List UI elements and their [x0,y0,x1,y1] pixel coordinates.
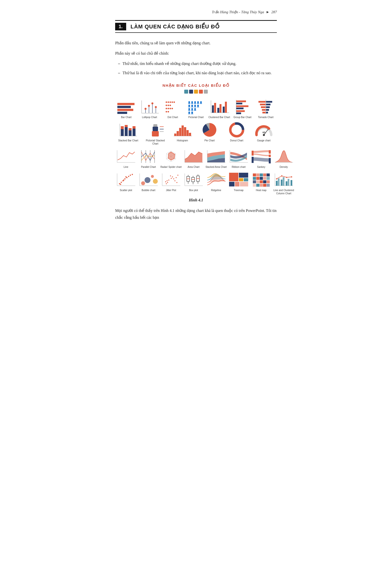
svg-point-18 [174,102,175,103]
chart-donut: Donut Chart [224,122,250,145]
clustered-bar-chart-label: Clustered Bar Chart [208,116,230,119]
bullet-text-2: Thứ hai là đi vào chi tiết của từng loại… [122,70,272,76]
bubble-chart-visual [138,172,159,188]
svg-rect-178 [260,177,263,180]
svg-rect-68 [152,131,159,136]
svg-point-137 [166,183,167,184]
chart-clustered-bar: Clustered Bar Chart [208,98,230,119]
ribbon-chart-visual [228,148,250,164]
svg-rect-110 [252,151,254,156]
svg-point-22 [166,108,167,109]
svg-point-7 [144,108,146,110]
svg-rect-183 [260,180,263,183]
chart-tornado: Tornado Chart [254,98,277,119]
svg-rect-174 [263,174,266,176]
footer-paragraph: Mọi người có thể thấy trên Hình 4.1 nhữn… [115,207,277,221]
svg-rect-193 [276,181,278,186]
pictorial-stacked-visual [144,122,166,138]
svg-point-133 [151,175,154,178]
svg-rect-50 [261,106,266,108]
chart-pictorial-stacked: Pictorial/ Stacked Chart [142,122,168,145]
ridgeline-chart-label: Ridgeline [211,189,221,192]
svg-rect-65 [128,128,132,130]
chart-group-bar: Group Bar Chart [231,98,254,119]
line-chart-visual [115,148,137,164]
density-chart-visual [273,148,294,164]
boxplot-chart-label: Box plot [189,189,198,192]
svg-point-127 [132,174,133,175]
svg-point-140 [166,180,168,181]
bullet-item-1: – Thứ nhất, tìm hiểu nhanh về những dạng… [118,60,277,67]
chapter-number: 1. [115,23,126,30]
bullet-text-1: Thứ nhất, tìm hiểu nhanh về những dạng c… [122,60,236,67]
svg-rect-165 [239,173,248,178]
dot-1 [184,90,188,94]
svg-rect-63 [125,125,128,127]
svg-rect-3 [117,112,127,114]
svg-rect-78 [182,126,184,136]
svg-rect-1 [117,106,131,108]
author-text: Trần Hùng Thiện - Tăng Thúy Nga [212,10,264,14]
svg-rect-48 [258,101,266,103]
svg-rect-194 [278,178,280,186]
svg-rect-52 [262,112,266,114]
chart-sankey: Sankey [250,148,272,168]
treemap-chart-visual [228,172,250,188]
lollipop-chart-label: Lollipop Chart [142,116,157,119]
svg-point-131 [141,181,145,185]
svg-rect-60 [121,129,124,136]
parallel-chart-label: Parallel Chart [141,166,156,168]
stacked-area-chart-visual [205,148,227,164]
bubble-chart-label: Bubble chart [142,189,155,192]
svg-rect-67 [132,126,136,128]
pictorial-chart-visual: 👤👤👤👤👤 👤👤👤👤 👤👤👤 👤👤 [185,98,207,115]
chart-density: Density [273,148,294,168]
line-clustered-chart-visual [273,172,294,188]
svg-text:👤👤👤👤: 👤👤👤👤 [188,104,200,108]
svg-point-14 [166,102,167,103]
chart-parallel: Parallel Chart [138,148,159,168]
chart-histogram: Histogram [169,122,196,145]
line-clustered-chart-label: Line and Clustered Column Chart [273,189,294,195]
svg-point-144 [170,176,171,176]
donut-chart-label: Donut Chart [230,139,243,142]
section-title: NHẬN BIẾT CÁC LOẠI BIỂU ĐỒ [115,83,277,88]
svg-rect-62 [125,127,128,136]
svg-point-15 [168,102,169,103]
svg-point-145 [173,178,174,179]
area-chart-label: Area Chart [188,166,200,168]
svg-marker-99 [168,152,175,160]
svg-rect-187 [256,184,260,187]
charts-row-3: Line Parallel Chart [115,148,277,168]
svg-rect-113 [269,154,271,157]
svg-rect-180 [266,177,270,180]
scatter-chart-label: Scatter plot [120,189,132,192]
svg-rect-80 [186,130,189,136]
svg-point-126 [130,175,131,176]
dot-2 [189,90,193,94]
svg-rect-56 [266,109,269,111]
paragraph-1: Phần đầu tiên, chúng ta sẽ làm quen với … [115,40,277,46]
scatter-chart-visual [115,172,137,188]
svg-rect-196 [283,177,284,186]
svg-point-23 [168,108,169,109]
svg-point-128 [126,176,127,178]
svg-rect-51 [262,109,266,111]
chart-pie: Pie Chart [196,122,223,145]
tornado-chart-label: Tornado Chart [258,116,274,119]
chart-boxplot: Box plot [183,172,204,195]
boxplot-chart-visual [183,172,204,188]
chart-heatmap: Heat map [250,172,272,195]
svg-rect-112 [269,150,271,154]
histogram-label: Histogram [177,139,188,142]
stacked-area-chart-label: Stacked Area Chart [206,166,227,168]
svg-point-148 [176,182,178,183]
sankey-chart-visual [250,148,272,164]
svg-rect-190 [266,184,270,187]
group-bar-chart-visual [232,98,253,115]
chart-stacked-area: Stacked Area Chart [205,148,227,168]
svg-rect-179 [263,177,266,180]
svg-point-9 [148,105,150,107]
svg-rect-114 [269,158,271,164]
bar-chart-label: Bar Chart [121,116,132,119]
